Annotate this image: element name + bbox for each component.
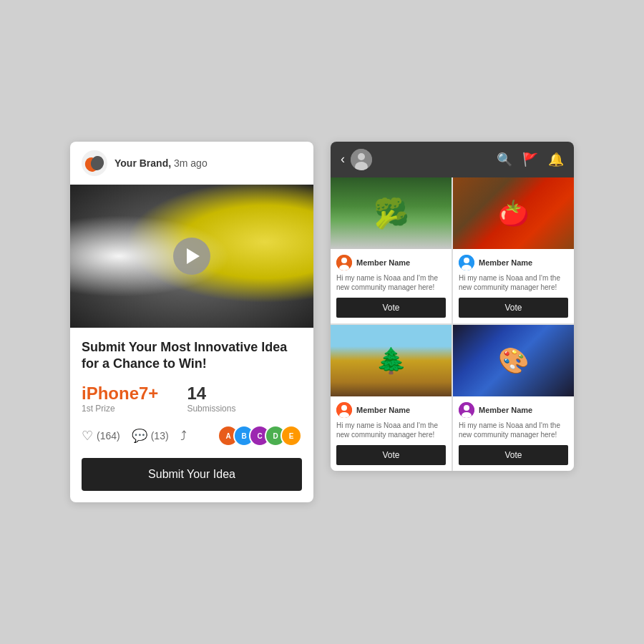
member-name-1: Member Name [356, 258, 410, 267]
content-grid: Member Name Hi my name is Noaa and I'm t… [331, 177, 574, 471]
member-text-3: Hi my name is Noaa and I'm the new commu… [336, 421, 446, 439]
submissions-count: 14 [187, 384, 235, 404]
member-text-2: Hi my name is Noaa and I'm the new commu… [459, 273, 568, 292]
actions-row: ♡ (164) 💬 (13) ⤴ A B C D E [82, 425, 302, 447]
comment-icon: 💬 [132, 428, 147, 444]
prize-label: 1st Prize [82, 404, 158, 414]
brand-logo [82, 150, 107, 176]
card-body: Submit Your Most Innovative Idea for a C… [70, 328, 313, 503]
member-avatar-2 [459, 255, 474, 270]
submissions-label: Submissions [187, 404, 235, 414]
comment-action[interactable]: 💬 (13) [132, 428, 169, 444]
right-phone: ‹ 🔍 🚩 🔔 [331, 142, 574, 471]
svg-point-9 [464, 258, 469, 263]
phone-header: ‹ 🔍 🚩 🔔 [331, 142, 574, 177]
search-icon[interactable]: 🔍 [497, 152, 512, 167]
prize-info: iPhone7+ 1st Prize [82, 384, 158, 414]
header-left: ‹ [341, 149, 372, 170]
svg-point-12 [341, 405, 347, 411]
like-count: (164) [97, 430, 120, 441]
vote-button-4[interactable]: Vote [459, 445, 568, 465]
member-row-2: Member Name [459, 255, 568, 270]
svg-point-3 [358, 153, 365, 160]
share-action[interactable]: ⤴ [180, 429, 187, 444]
card-body-2: Member Name Hi my name is Noaa and I'm t… [453, 249, 574, 323]
vote-button-3[interactable]: Vote [336, 445, 446, 465]
brand-info: Your Brand, 3m ago [114, 157, 208, 170]
play-icon [187, 248, 200, 264]
heart-icon: ♡ [82, 428, 93, 444]
member-text-1: Hi my name is Noaa and I'm the new commu… [336, 273, 446, 292]
member-row-4: Member Name [459, 402, 568, 418]
member-name-2: Member Name [479, 258, 532, 267]
vote-button-2[interactable]: Vote [459, 298, 568, 318]
grid-card-4: Member Name Hi my name is Noaa and I'm t… [453, 325, 574, 471]
video-thumbnail[interactable] [70, 185, 313, 328]
play-button[interactable] [173, 238, 210, 275]
member-row-3: Member Name [336, 402, 446, 418]
avatar-5: E [280, 425, 302, 447]
time-ago: 3m ago [174, 157, 208, 169]
card-body-3: Member Name Hi my name is Noaa and I'm t… [331, 396, 452, 471]
grid-card-2: Member Name Hi my name is Noaa and I'm t… [453, 177, 574, 323]
member-avatar-4 [459, 402, 474, 418]
header-icons: 🔍 🚩 🔔 [497, 152, 564, 167]
member-avatar-3 [336, 402, 352, 418]
left-card: Your Brand, 3m ago Submit Your Most Inno… [70, 142, 313, 503]
card-image-3 [331, 325, 452, 396]
brand-header: Your Brand, 3m ago [70, 142, 313, 185]
card-image-1 [331, 177, 452, 249]
vote-button-1[interactable]: Vote [336, 298, 446, 318]
submit-button[interactable]: Submit Your Idea [82, 458, 302, 491]
card-body-1: Member Name Hi my name is Noaa and I'm t… [331, 249, 452, 323]
comment-count: (13) [151, 430, 169, 441]
grid-card-3: Member Name Hi my name is Noaa and I'm t… [331, 325, 452, 471]
prize-name: iPhone7+ [82, 384, 158, 404]
card-image-2 [453, 177, 574, 249]
grid-card-1: Member Name Hi my name is Noaa and I'm t… [331, 177, 452, 323]
card-body-4: Member Name Hi my name is Noaa and I'm t… [453, 396, 574, 471]
svg-point-15 [464, 405, 469, 411]
member-name-4: Member Name [479, 406, 532, 414]
card-image-4 [453, 325, 574, 396]
bell-icon[interactable]: 🔔 [548, 152, 564, 167]
back-button[interactable]: ‹ [341, 152, 345, 167]
card-title: Submit Your Most Innovative Idea for a C… [82, 339, 302, 373]
submissions-info: 14 Submissions [187, 384, 235, 414]
member-row-1: Member Name [336, 255, 446, 270]
member-name-3: Member Name [356, 406, 410, 414]
share-icon: ⤴ [180, 429, 187, 444]
header-avatar [351, 149, 372, 170]
member-text-4: Hi my name is Noaa and I'm the new commu… [459, 421, 568, 439]
member-avatar-1 [336, 255, 352, 270]
prize-row: iPhone7+ 1st Prize 14 Submissions [82, 384, 302, 414]
participant-avatars: A B C D E [218, 425, 302, 447]
like-action[interactable]: ♡ (164) [82, 428, 120, 444]
brand-name: Your Brand, [114, 157, 171, 169]
flag-icon[interactable]: 🚩 [522, 152, 538, 167]
svg-point-6 [341, 258, 347, 263]
